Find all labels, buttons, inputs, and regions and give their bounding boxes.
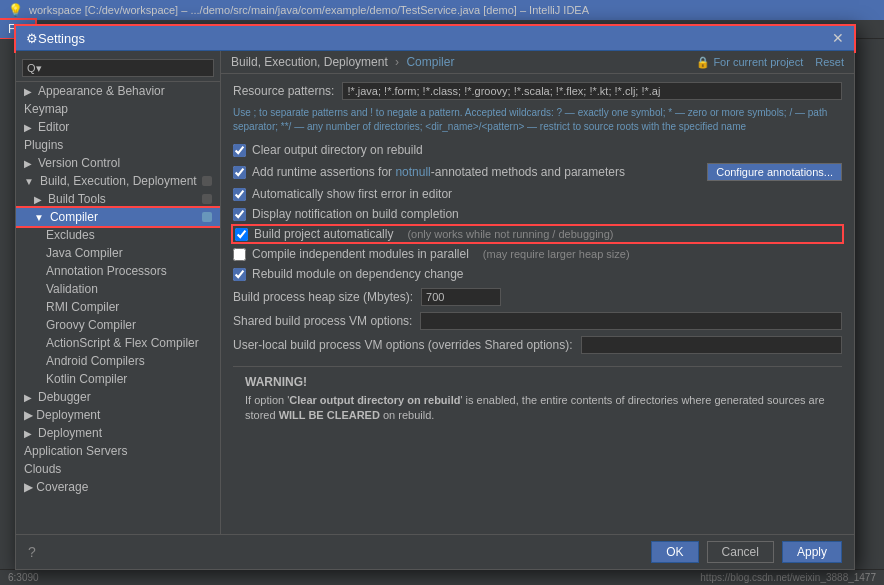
dialog-title-text: Settings [38, 31, 85, 40]
app-title-bar: 💡 workspace [C:/dev/workspace] – .../dem… [0, 0, 884, 20]
app-title: workspace [C:/dev/workspace] – .../demo/… [29, 4, 589, 16]
dialog-close-button[interactable]: ✕ [832, 30, 844, 39]
settings-dialog: ⚙ Settings ✕ ▶ Appearance & Behavior Key… [15, 25, 855, 39]
dialog-overlay: ⚙ Settings ✕ ▶ Appearance & Behavior Key… [15, 25, 884, 39]
app-icon: 💡 [8, 3, 23, 17]
dialog-title-icon: ⚙ [26, 31, 38, 40]
dialog-title-bar: ⚙ Settings ✕ [16, 26, 854, 39]
